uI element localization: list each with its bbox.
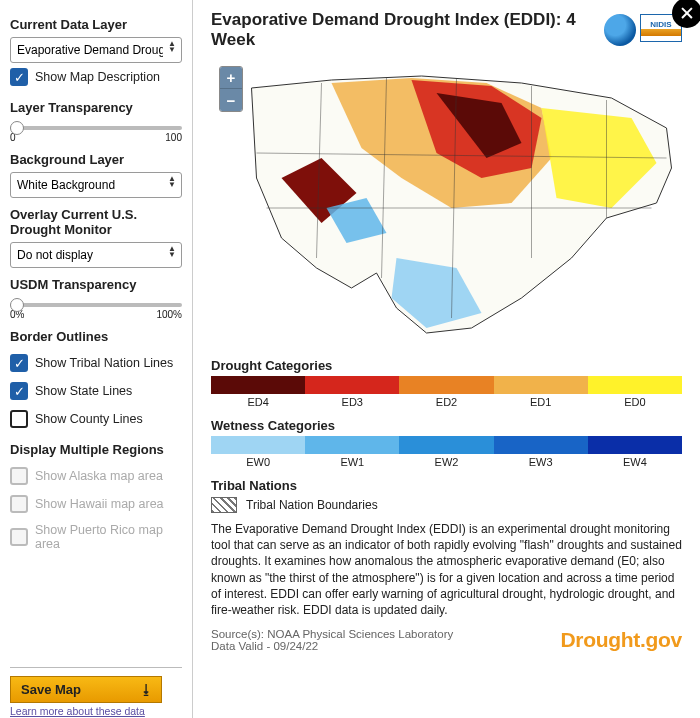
checkbox-checked-icon: ✓: [10, 354, 28, 372]
show-map-description-label: Show Map Description: [35, 70, 160, 84]
legend-swatch: [399, 436, 493, 454]
drought-categories-label: Drought Categories: [211, 358, 682, 373]
background-layer-select-wrap: ▲▼: [10, 172, 182, 198]
show-hawaii-toggle: Show Hawaii map area: [10, 495, 182, 513]
show-puertorico-label: Show Puerto Rico map area: [35, 523, 182, 551]
drought-legend-labels: ED4ED3ED2ED1ED0: [211, 396, 682, 408]
legend-tick: EW4: [588, 456, 682, 468]
usdm-transparency-slider[interactable]: 0% 100%: [10, 297, 182, 320]
legend-swatch: [588, 376, 682, 394]
show-tribal-lines-label: Show Tribal Nation Lines: [35, 356, 173, 370]
checkbox-unchecked-icon: [10, 410, 28, 428]
wetness-legend-bar: [211, 436, 682, 454]
show-alaska-toggle: Show Alaska map area: [10, 467, 182, 485]
show-hawaii-label: Show Hawaii map area: [35, 497, 164, 511]
legend-tick: EW1: [305, 456, 399, 468]
show-puertorico-toggle: Show Puerto Rico map area: [10, 523, 182, 551]
legend-swatch: [494, 436, 588, 454]
drought-gov-logo: Drought.gov: [560, 628, 682, 652]
slider-max: 100%: [156, 309, 182, 320]
wetness-legend-labels: EW0EW1EW2EW3EW4: [211, 456, 682, 468]
legend-tick: ED1: [494, 396, 588, 408]
close-icon: ✕: [679, 2, 695, 25]
show-alaska-label: Show Alaska map area: [35, 469, 163, 483]
layer-transparency-label: Layer Transparency: [10, 100, 182, 115]
checkbox-disabled-icon: [10, 495, 28, 513]
sidebar-footer: Save Map ⭳ Learn more about these data: [10, 667, 182, 718]
legend-tick: ED2: [399, 396, 493, 408]
map-panel: ✕ Evaporative Demand Drought Index (EDDI…: [193, 0, 700, 718]
tribal-boundary-legend: Tribal Nation Boundaries: [211, 497, 682, 513]
legend-tick: EW2: [399, 456, 493, 468]
overlay-usdm-select-wrap: ▲▼: [10, 242, 182, 268]
current-data-layer-label: Current Data Layer: [10, 17, 182, 32]
legend-swatch: [494, 376, 588, 394]
checkbox-disabled-icon: [10, 528, 28, 546]
legend-swatch: [211, 376, 305, 394]
control-sidebar: Current Data Layer ▲▼ ✓ Show Map Descrip…: [0, 0, 193, 718]
legend-swatch: [305, 436, 399, 454]
download-icon: ⭳: [140, 682, 153, 697]
panel-footer: Source(s): NOAA Physical Sciences Labora…: [211, 620, 682, 652]
show-county-lines-label: Show County Lines: [35, 412, 143, 426]
us-map-image: [211, 58, 682, 348]
legend-tick: EW0: [211, 456, 305, 468]
current-data-layer-select-wrap: ▲▼: [10, 37, 182, 63]
checkbox-checked-icon: ✓: [10, 68, 28, 86]
drought-legend-bar: [211, 376, 682, 394]
usdm-transparency-label: USDM Transparency: [10, 277, 182, 292]
checkbox-checked-icon: ✓: [10, 382, 28, 400]
title-row: Evaporative Demand Drought Index (EDDI):…: [211, 10, 682, 50]
save-map-label: Save Map: [21, 682, 81, 697]
legend-swatch: [588, 436, 682, 454]
noaa-logo-icon: [604, 14, 636, 46]
show-state-lines-toggle[interactable]: ✓ Show State Lines: [10, 382, 182, 400]
show-map-description-toggle[interactable]: ✓ Show Map Description: [10, 68, 182, 86]
zoom-controls: + −: [219, 66, 243, 112]
wetness-categories-label: Wetness Categories: [211, 418, 682, 433]
legend-swatch: [211, 436, 305, 454]
show-state-lines-label: Show State Lines: [35, 384, 132, 398]
legend-tick: ED3: [305, 396, 399, 408]
close-button[interactable]: ✕: [672, 0, 700, 28]
legend-swatch: [305, 376, 399, 394]
show-tribal-lines-toggle[interactable]: ✓ Show Tribal Nation Lines: [10, 354, 182, 372]
overlay-usdm-select[interactable]: [10, 242, 182, 268]
multi-regions-label: Display Multiple Regions: [10, 442, 182, 457]
chevron-updown-icon: ▲▼: [168, 246, 176, 258]
zoom-out-button[interactable]: −: [220, 89, 242, 111]
background-layer-select[interactable]: [10, 172, 182, 198]
page-title: Evaporative Demand Drought Index (EDDI):…: [211, 10, 604, 50]
legend-tick: ED0: [588, 396, 682, 408]
zoom-in-button[interactable]: +: [220, 67, 242, 89]
map-description-text: The Evaporative Demand Drought Index (ED…: [211, 521, 682, 618]
save-map-button[interactable]: Save Map ⭳: [10, 676, 162, 703]
tribal-boundary-text: Tribal Nation Boundaries: [246, 498, 378, 512]
legend-tick: EW3: [494, 456, 588, 468]
show-county-lines-toggle[interactable]: Show County Lines: [10, 410, 182, 428]
checkbox-disabled-icon: [10, 467, 28, 485]
current-data-layer-select[interactable]: [10, 37, 182, 63]
slider-max: 100: [165, 132, 182, 143]
hatch-swatch-icon: [211, 497, 237, 513]
chevron-updown-icon: ▲▼: [168, 41, 176, 53]
agency-logos: NIDIS: [604, 14, 682, 46]
overlay-usdm-label: Overlay Current U.S. Drought Monitor: [10, 207, 182, 237]
data-valid-text: Data Valid - 09/24/22: [211, 640, 453, 652]
tribal-nations-label: Tribal Nations: [211, 478, 682, 493]
map-viewport[interactable]: + −: [211, 58, 682, 348]
border-outlines-label: Border Outlines: [10, 329, 182, 344]
legend-tick: ED4: [211, 396, 305, 408]
legend-swatch: [399, 376, 493, 394]
chevron-updown-icon: ▲▼: [168, 176, 176, 188]
learn-more-link[interactable]: Learn more about these data: [10, 705, 145, 717]
background-layer-label: Background Layer: [10, 152, 182, 167]
layer-transparency-slider[interactable]: 0 100: [10, 120, 182, 143]
source-text: Source(s): NOAA Physical Sciences Labora…: [211, 628, 453, 640]
